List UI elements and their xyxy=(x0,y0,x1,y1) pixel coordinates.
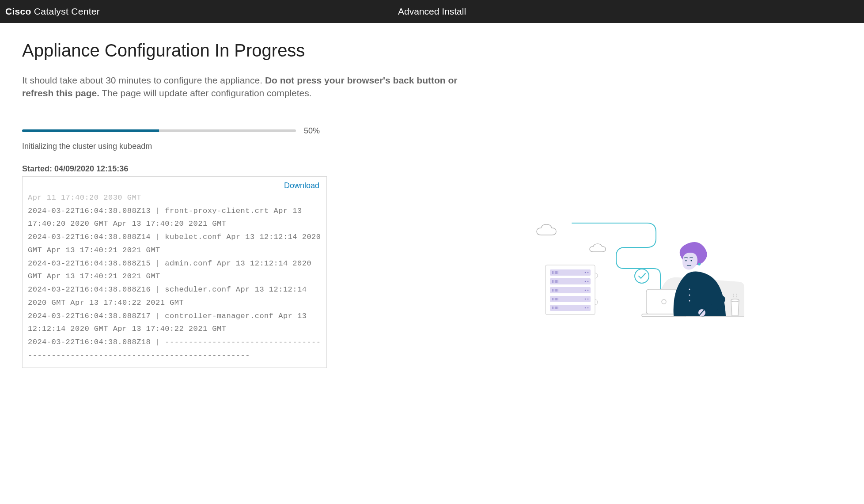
svg-point-51 xyxy=(689,300,690,302)
log-header: Download xyxy=(23,177,326,195)
log-line: 2024-03-22T16:04:38.088Z18 | -----------… xyxy=(28,336,321,362)
log-line: 2024-03-22T16:04:38.088Z15 | admin.conf … xyxy=(28,257,321,284)
progress-status: Initializing the cluster using kubeadm xyxy=(22,142,508,151)
main-content: Appliance Configuration In Progress It s… xyxy=(0,23,864,386)
log-line: 2024-03-22T16:04:38.088Z14 | kubelet.con… xyxy=(28,231,321,257)
download-link[interactable]: Download xyxy=(284,181,319,190)
log-line: Apr 11 17:40:20 2030 GMT xyxy=(28,195,321,205)
svg-point-49 xyxy=(689,289,690,290)
svg-point-33 xyxy=(585,281,586,282)
svg-point-48 xyxy=(691,260,692,261)
info-paragraph: It should take about 30 minutes to confi… xyxy=(22,74,490,100)
started-timestamp: Started: 04/09/2020 12:15:36 xyxy=(22,164,508,174)
svg-point-35 xyxy=(585,290,586,291)
svg-rect-2 xyxy=(550,278,591,284)
progress-track xyxy=(22,129,296,132)
left-column: Appliance Configuration In Progress It s… xyxy=(22,41,508,368)
svg-point-46 xyxy=(698,263,701,265)
brand: Cisco Catalyst Center xyxy=(5,6,100,17)
svg-point-36 xyxy=(587,290,589,291)
svg-point-41 xyxy=(635,269,649,283)
log-line: 2024-03-22T16:04:38.088Z13 | front-proxy… xyxy=(28,205,321,231)
svg-point-31 xyxy=(585,272,586,273)
progress-percent: 50% xyxy=(304,126,320,136)
log-line: 2024-03-22T16:04:38.088Z16 | scheduler.c… xyxy=(28,283,321,310)
svg-point-34 xyxy=(587,281,589,282)
svg-point-50 xyxy=(689,295,690,296)
illustration xyxy=(528,216,744,333)
svg-point-32 xyxy=(587,272,589,273)
header-title: Advanced Install xyxy=(398,6,466,17)
progress-section: 50% Initializing the cluster using kubea… xyxy=(22,126,508,151)
svg-point-42 xyxy=(731,299,739,302)
svg-rect-4 xyxy=(550,296,591,302)
info-prefix: It should take about 30 minutes to confi… xyxy=(22,75,265,85)
log-line: 2024-03-22T16:04:38.088Z17 | controller-… xyxy=(28,310,321,336)
svg-rect-3 xyxy=(550,287,591,293)
progress-fill xyxy=(22,129,159,132)
page-title: Appliance Configuration In Progress xyxy=(22,41,508,61)
svg-point-40 xyxy=(587,307,589,309)
log-card: Download Apr 11 17:40:20 2030 GMT2024-03… xyxy=(22,176,327,368)
info-suffix: The page will update after configuration… xyxy=(99,88,312,98)
brand-bold: Cisco xyxy=(5,6,31,16)
svg-point-37 xyxy=(585,299,586,300)
right-column xyxy=(526,41,747,368)
svg-point-47 xyxy=(686,260,687,261)
app-header: Cisco Catalyst Center Advanced Install xyxy=(0,0,864,23)
svg-point-38 xyxy=(587,299,589,300)
progress-bar-row: 50% xyxy=(22,126,508,136)
brand-rest: Catalyst Center xyxy=(31,6,100,16)
svg-rect-5 xyxy=(550,305,591,311)
svg-point-39 xyxy=(585,307,586,309)
svg-rect-1 xyxy=(550,269,591,276)
log-body[interactable]: Apr 11 17:40:20 2030 GMT2024-03-22T16:04… xyxy=(23,195,326,368)
